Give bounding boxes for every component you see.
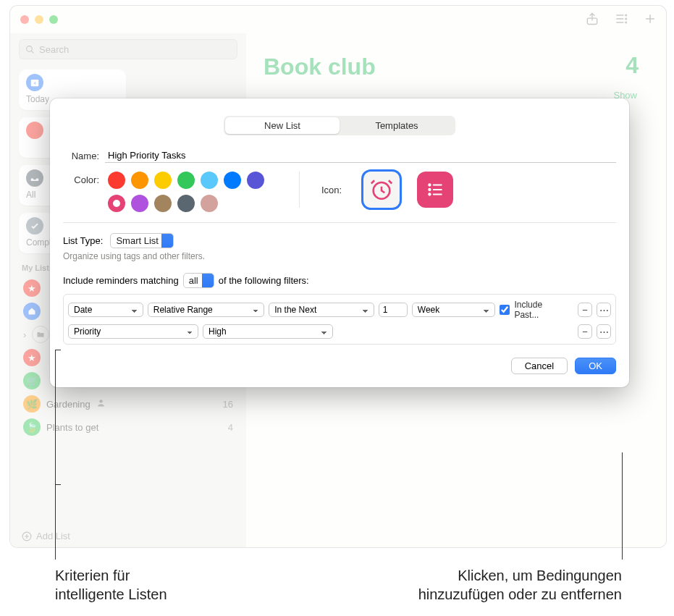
filter-direction-select[interactable]: In the Next (269, 303, 374, 317)
tab-templates[interactable]: Templates (340, 117, 454, 134)
icon-label: Icon: (321, 185, 342, 195)
svg-rect-15 (433, 193, 442, 195)
filter-number-input[interactable] (379, 303, 408, 317)
color-swatch-red[interactable] (108, 172, 125, 189)
ok-button[interactable]: OK (575, 358, 616, 374)
color-swatch-yellow[interactable] (154, 172, 172, 189)
color-swatch-brown[interactable] (154, 195, 172, 212)
filter-unit-select[interactable]: Week (412, 303, 496, 317)
cancel-button[interactable]: Cancel (511, 358, 568, 374)
match-mode-select[interactable]: all (183, 273, 214, 288)
icon-choice-list[interactable] (417, 172, 453, 208)
filter-relation-select[interactable]: Relative Range (148, 303, 265, 317)
color-swatch-violet[interactable] (131, 195, 148, 212)
color-swatch-green[interactable] (177, 172, 195, 189)
color-swatch-pink[interactable] (108, 195, 125, 212)
filter-attr-select[interactable]: Date (68, 303, 143, 317)
include-past-checkbox[interactable] (500, 305, 510, 315)
callout-left: Kriterien fürintelligente Listen (55, 566, 167, 604)
new-list-dialog: New List Templates Name: Color: (50, 98, 629, 387)
color-swatch-rose[interactable] (201, 195, 218, 212)
svg-rect-11 (433, 184, 442, 185)
remove-filter-button[interactable]: − (578, 303, 592, 317)
list-type-label: List Type: (63, 235, 103, 246)
filter-value-select[interactable]: High (203, 324, 333, 339)
list-type-hint: Organize using tags and other filters. (63, 251, 616, 261)
color-swatch-gray[interactable] (177, 195, 195, 212)
name-input[interactable] (105, 148, 616, 163)
dialog-tabs: New List Templates (224, 116, 455, 135)
color-swatch-orange[interactable] (131, 172, 148, 189)
svg-point-12 (428, 188, 431, 191)
callout-right: Klicken, um Bedingungenhinzuzufügen oder… (418, 566, 622, 604)
filter-row: Priority High − ⋯ (67, 322, 612, 341)
color-label: Color: (63, 174, 99, 185)
list-type-select[interactable]: Smart List (110, 233, 174, 248)
callout-line (622, 452, 623, 560)
icon-choice-alarm[interactable] (363, 172, 400, 208)
match-text-pre: Include reminders matching (63, 275, 179, 286)
filters-container: Date Relative Range In the Next Week Inc… (63, 294, 616, 345)
color-swatch-lightblue[interactable] (201, 172, 218, 189)
filter-attr-select[interactable]: Priority (68, 324, 198, 339)
tab-new-list[interactable]: New List (225, 117, 340, 134)
alarm-clock-icon (369, 177, 394, 202)
more-filter-button[interactable]: ⋯ (597, 324, 611, 339)
match-text-post: of the following filters: (219, 275, 309, 286)
callout-line (55, 350, 56, 560)
include-past-label: Include Past... (514, 300, 569, 320)
callout-line (55, 350, 61, 350)
more-filter-button[interactable]: ⋯ (597, 303, 611, 317)
list-bullet-icon (426, 180, 445, 199)
color-swatches (108, 172, 276, 212)
filter-row: Date Relative Range In the Next Week Inc… (67, 298, 612, 322)
svg-point-10 (428, 183, 431, 186)
color-swatch-purple[interactable] (247, 172, 264, 189)
name-label: Name: (63, 151, 99, 161)
svg-point-14 (428, 193, 431, 195)
svg-rect-13 (433, 189, 442, 190)
color-swatch-blue[interactable] (224, 172, 241, 189)
remove-filter-button[interactable]: − (578, 324, 592, 339)
callout-line (55, 484, 61, 485)
